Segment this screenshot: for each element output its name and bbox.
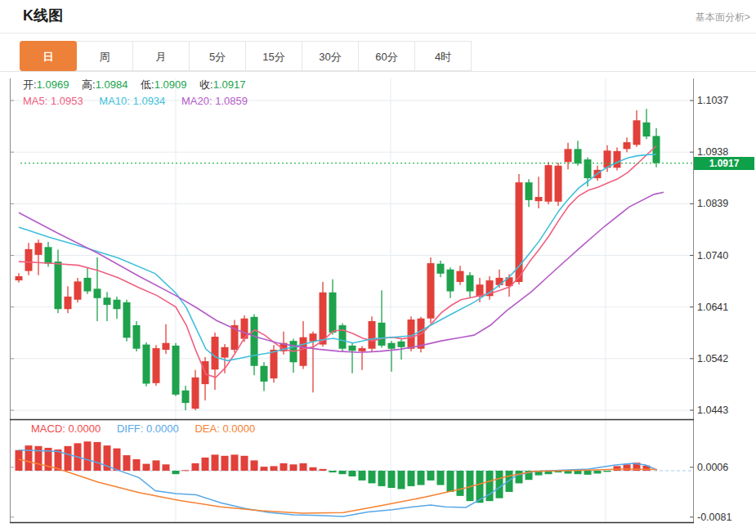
macd-bar — [133, 459, 141, 471]
fundamental-analysis-link[interactable]: 基本面分析> — [696, 11, 750, 25]
candle — [437, 264, 445, 274]
candle — [535, 197, 543, 201]
macd-bar — [575, 471, 582, 474]
macd-bar — [496, 471, 503, 498]
candle — [84, 278, 92, 292]
candle — [496, 278, 503, 285]
high-value: 1.0984 — [96, 78, 128, 91]
macd-bar — [241, 456, 248, 471]
macd-bar — [584, 471, 592, 475]
candle — [251, 317, 258, 366]
candle — [163, 343, 170, 350]
macd-histogram — [16, 441, 651, 503]
macd-bar — [329, 471, 337, 472]
candle — [624, 142, 631, 149]
tab-day[interactable]: 日 — [20, 41, 77, 71]
macd-bar — [310, 467, 317, 471]
candle — [388, 343, 396, 349]
candle — [398, 342, 405, 347]
macd-bar — [290, 464, 297, 471]
ma5-legend: MA5: 1.0953 — [23, 95, 83, 107]
macd-legend: MACD: 0.0000 DIFF: 0.0000 DEA: 0.0000 — [31, 422, 268, 435]
macd-bar — [624, 464, 631, 471]
tab-month[interactable]: 月 — [132, 41, 190, 71]
candle — [212, 337, 219, 369]
candle — [339, 325, 347, 349]
price-axis-label: 1.0839 — [697, 198, 754, 209]
candle — [526, 182, 533, 200]
open-value: 1.0969 — [37, 78, 69, 91]
macd-bar — [388, 471, 396, 488]
macd-bar — [84, 441, 92, 471]
candle — [575, 149, 582, 163]
close-label: 收: — [199, 78, 213, 91]
close-value: 1.0917 — [213, 78, 246, 91]
candle — [55, 262, 62, 309]
price-axis-label: 1.0740 — [697, 250, 754, 262]
macd-bar — [604, 471, 611, 472]
macd-bar — [320, 469, 327, 471]
macd-bar — [378, 471, 386, 486]
candle — [329, 293, 337, 333]
macd-bar — [280, 463, 288, 471]
candle — [25, 249, 33, 271]
macd-bar — [163, 464, 170, 471]
candle — [35, 243, 42, 255]
macd-bar — [408, 471, 415, 486]
candle — [545, 165, 552, 202]
macd-bar — [192, 463, 199, 471]
candle — [133, 325, 141, 349]
macd-bar — [25, 445, 33, 471]
macd-bar — [418, 471, 425, 485]
price-axis-label: 1.0641 — [697, 302, 754, 313]
tab-15min[interactable]: 15分 — [245, 41, 302, 71]
candle — [349, 346, 356, 351]
candle — [261, 366, 268, 382]
macd-bar — [231, 454, 239, 471]
price-axis-label: 1.0443 — [697, 405, 754, 416]
price-axis-label: 1.0542 — [697, 353, 754, 364]
tab-5min[interactable]: 5分 — [189, 41, 246, 71]
candle — [633, 120, 641, 145]
candle — [565, 149, 572, 162]
open-label: 开: — [23, 78, 37, 91]
candle — [427, 263, 435, 319]
macd-bar — [427, 471, 435, 481]
tab-week[interactable]: 周 — [76, 41, 133, 71]
macd-bar — [182, 470, 190, 471]
macd-bar — [65, 446, 72, 471]
high-label: 高: — [82, 78, 96, 91]
macd-bar — [123, 455, 131, 471]
dea-value-legend: DEA: 0.0000 — [195, 422, 255, 435]
macd-bar — [614, 466, 621, 471]
candle — [378, 323, 386, 346]
macd-bar — [172, 471, 180, 474]
candle — [467, 275, 474, 292]
candle — [182, 391, 190, 403]
macd-bar — [212, 454, 219, 471]
macd-bar — [221, 456, 229, 471]
macd-bar — [35, 446, 42, 471]
tab-60min[interactable]: 60分 — [358, 41, 415, 71]
macd-axis-label: 0.0006 — [697, 462, 754, 473]
tab-30min[interactable]: 30分 — [302, 41, 359, 71]
candle — [643, 123, 651, 136]
candle — [369, 321, 376, 349]
candle — [94, 288, 101, 297]
macd-bar — [516, 471, 523, 483]
header: K线图 基本面分析> — [0, 0, 756, 34]
macd-bar — [339, 471, 347, 474]
candle — [584, 159, 592, 178]
candle — [45, 247, 52, 263]
kline-widget: K线图 基本面分析> 日 周 月 5分 15分 30分 60分 4时 开:1.0… — [0, 0, 756, 532]
candle — [153, 348, 160, 383]
macd-bar — [349, 471, 356, 476]
candle — [114, 300, 121, 309]
ohlc-legend: 开:1.0969 高:1.0984 低:1.0909 收:1.0917 — [23, 78, 255, 92]
macd-bar — [94, 442, 101, 471]
macd-bar — [398, 471, 405, 489]
tab-4hour[interactable]: 4时 — [414, 41, 472, 71]
candle — [447, 270, 454, 292]
candle — [192, 378, 199, 409]
macd-bar — [114, 449, 121, 471]
